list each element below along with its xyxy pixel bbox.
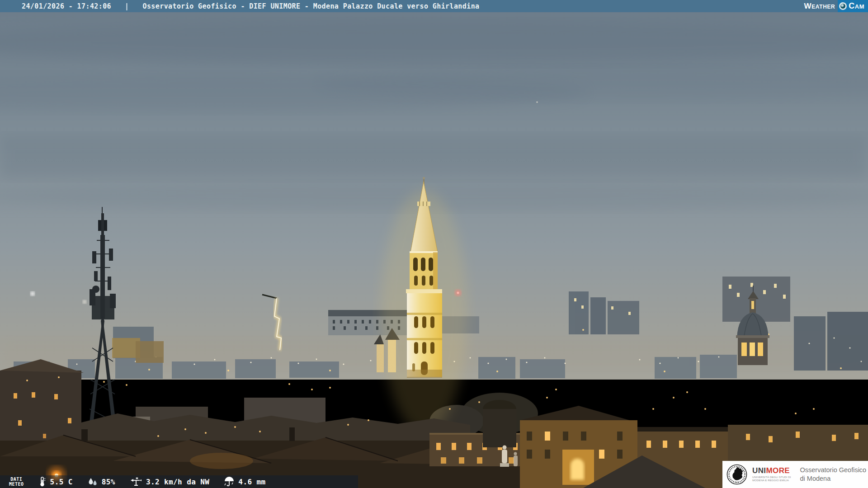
weathercam-logo-cam: CAM — [849, 1, 864, 11]
unimore-uni: UNI — [752, 466, 766, 475]
rain-umbrella-icon — [224, 476, 235, 487]
unimore-subtitle: UNIVERSITÀ DEGLI STUDI DI MODENA E REGGI… — [752, 476, 791, 483]
unimore-branding-box: 1175 UNIMORE UNIVERSITÀ DEGLI STUDI DI M… — [722, 461, 868, 488]
header-separator: | — [125, 2, 129, 10]
lit-arch-window — [571, 459, 584, 480]
weathercam-logo-weather: WEATHER — [804, 2, 835, 11]
svg-text:1175: 1175 — [735, 481, 739, 483]
weathercam-logo-cam-box: CAM — [838, 0, 868, 12]
datetime-text: 24/01/2026 - 17:42:06 — [22, 2, 111, 10]
camera-lens-icon — [839, 2, 847, 10]
weathercam-logo: WEATHER CAM — [804, 0, 868, 12]
unimore-wordmark: UNIMORE UNIVERSITÀ DEGLI STUDI DI MODENA… — [752, 467, 791, 483]
sky-light-dot — [536, 101, 538, 103]
precipitation-reading: 4.6 mm — [224, 476, 265, 487]
header-bar: 24/01/2026 - 17:42:06 | Osservatorio Geo… — [0, 0, 868, 12]
humidity-reading: 85% — [87, 476, 115, 487]
wind-vane-icon — [130, 476, 142, 487]
humidity-drops-icon — [87, 476, 98, 487]
unimore-more: MORE — [766, 466, 790, 475]
temperature-reading: 5.5 C — [38, 476, 73, 487]
webcam-photo-modena-skyline — [0, 0, 868, 488]
wind-reading: 3.2 km/h da NW — [130, 476, 209, 487]
webcam-title: Osservatorio Geofisico - DIEF UNIMORE - … — [142, 2, 479, 10]
weather-data-label: DATI METEO — [9, 477, 24, 487]
header-caption: 24/01/2026 - 17:42:06 | Osservatorio Geo… — [0, 2, 480, 10]
thermometer-icon — [38, 476, 47, 487]
observatory-name: Osservatorio Geofisico di Modena — [800, 466, 867, 483]
weather-data-bar: DATI METEO 5.5 C 85% 3.2 km/h da NW — [0, 475, 358, 488]
unimore-seal-icon: 1175 — [726, 464, 747, 485]
